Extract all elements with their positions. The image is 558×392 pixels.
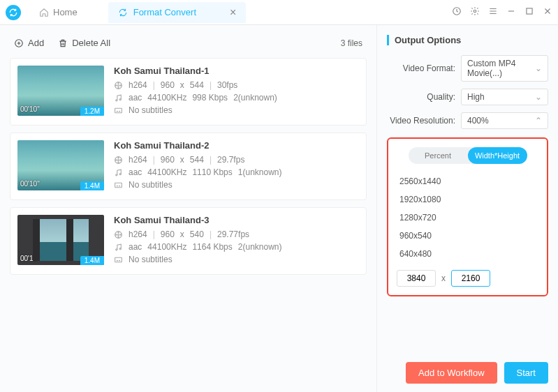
tab-home[interactable]: Home [29,3,87,22]
svg-point-17 [116,159,117,160]
file-count: 3 files [341,38,362,48]
quality-select[interactable]: High ⌄ [461,89,548,105]
svg-rect-2 [527,8,532,14]
svg-point-8 [116,84,117,85]
file-duration: 00'10" [20,255,40,262]
audio-icon [114,168,123,177]
file-size: 1.2M [80,107,104,116]
segment-percent[interactable]: Percent [409,147,468,164]
file-duration: 00'10" [20,180,40,188]
resolution-option[interactable]: 640x480 [397,245,538,263]
svg-point-25 [118,236,119,237]
file-card[interactable]: 00'10"1.2MKoh Samui Thailand-1h264|960x5… [10,58,367,126]
minimize-icon[interactable] [506,6,516,18]
file-name: Koh Samui Thailand-1 [114,66,359,76]
resolution-option[interactable]: 1920x1080 [397,190,538,209]
quality-label: Quality: [387,92,455,102]
menu-icon[interactable] [488,6,498,18]
output-options-title: Output Options [387,35,548,45]
subtitle-icon [114,106,123,115]
svg-point-23 [117,234,119,235]
video-icon [114,81,123,90]
file-card[interactable]: 00'10"1.4MKoh Samui Thailand-3h264|960x5… [10,207,367,275]
tab-home-label: Home [53,7,78,17]
resolution-option[interactable]: 960x540 [397,227,538,245]
resolution-option[interactable]: 2560x1440 [397,172,538,190]
custom-width-input[interactable] [397,270,436,287]
add-label: Add [28,38,44,48]
gear-icon[interactable] [470,6,480,18]
resolution-popup: Percent Width*Height 2560x14401920x10801… [387,137,548,296]
delete-all-button[interactable]: Delete All [58,38,110,48]
svg-rect-30 [115,257,122,262]
svg-point-16 [118,162,119,163]
subtitle-icon [114,255,123,264]
file-thumbnail: 00'10"1.4M [17,140,104,190]
file-size: 1.4M [80,181,104,190]
delete-all-label: Delete All [72,38,110,48]
svg-rect-12 [115,108,122,113]
tab-convert-label: Format Convert [133,7,196,17]
subtitle-icon [114,181,123,190]
svg-rect-21 [115,183,122,188]
video-icon [114,230,123,239]
toolbar: Add Delete All 3 files [10,35,367,51]
svg-point-29 [119,248,121,249]
svg-point-20 [119,173,121,174]
video-icon [114,156,123,165]
app-logo [6,5,21,20]
custom-height-input[interactable] [451,270,490,287]
file-name: Koh Samui Thailand-2 [114,140,359,151]
video-format-label: Video Format: [387,63,455,73]
svg-point-14 [117,159,119,160]
file-thumbnail: 00'10"1.4M [17,215,104,265]
svg-point-15 [118,157,119,158]
resolution-mode-segment: Percent Width*Height [409,147,527,164]
svg-point-5 [117,84,119,86]
history-icon[interactable] [452,6,462,18]
svg-point-6 [118,82,119,83]
close-icon[interactable] [543,6,552,18]
chevron-down-icon: ⌄ [535,63,542,73]
video-format-select[interactable]: Custom MP4 Movie(...) ⌄ [461,55,548,82]
add-button[interactable]: Add [14,38,44,48]
tab-format-convert[interactable]: Format Convert × [108,2,247,23]
file-size: 1.4M [80,256,104,265]
maximize-icon[interactable] [524,6,534,18]
svg-point-7 [118,87,119,88]
svg-point-19 [116,174,117,175]
resolution-label: Video Resolution: [387,116,455,126]
audio-icon [114,93,123,103]
svg-point-27 [120,234,121,234]
dimension-x: x [441,273,446,283]
chevron-up-icon: ⌃ [535,116,542,126]
segment-width-height[interactable]: Width*Height [468,147,527,164]
svg-point-9 [120,84,121,85]
svg-point-1 [473,10,476,13]
file-duration: 00'10" [20,105,40,113]
file-name: Koh Samui Thailand-3 [114,215,359,225]
svg-point-10 [116,99,117,100]
svg-point-24 [118,232,119,232]
chevron-down-icon: ⌄ [535,92,542,102]
resolution-option[interactable]: 1280x720 [397,209,538,227]
svg-point-28 [116,248,117,250]
header: Home Format Convert × [0,0,558,25]
svg-point-18 [120,159,121,160]
svg-point-26 [116,234,117,234]
tab-close-icon[interactable]: × [230,6,236,19]
svg-point-11 [119,98,121,100]
file-card[interactable]: 00'10"1.4MKoh Samui Thailand-2h264|960x5… [10,133,367,200]
file-thumbnail: 00'10"1.2M [17,66,104,116]
start-button[interactable]: Start [504,362,548,384]
resolution-select[interactable]: 400% ⌃ [461,112,548,129]
audio-icon [114,243,123,252]
add-to-workflow-button[interactable]: Add to Workflow [406,362,497,384]
